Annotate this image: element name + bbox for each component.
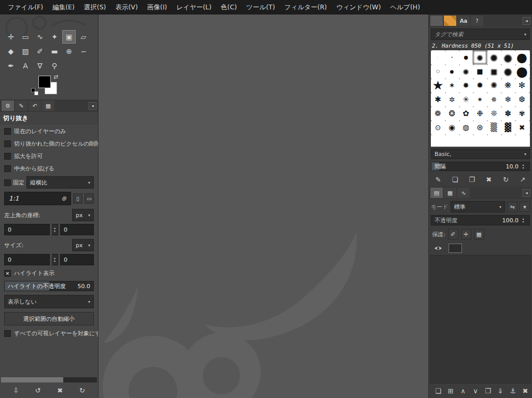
fonts-tab[interactable]: Aa [457, 16, 470, 26]
brush-thumb[interactable]: ❁ [431, 106, 445, 120]
position-y-input[interactable]: 0 [60, 224, 94, 235]
checkbox[interactable] [4, 140, 11, 147]
checkbox[interactable] [4, 330, 11, 337]
spacing-spinner[interactable]: ▴ ▾ [520, 162, 526, 170]
rectangle-select-tool[interactable]: ▭ [19, 30, 32, 44]
spinner-down-icon[interactable]: ▾ [520, 220, 526, 223]
fixed-checkbox[interactable] [4, 179, 11, 186]
text-tool[interactable]: A [19, 59, 32, 73]
gradient-tool[interactable]: ▨ [19, 45, 32, 58]
brush-thumb[interactable]: ❊ [487, 106, 501, 120]
mode-menu-button[interactable]: ▾ [520, 202, 530, 212]
checkbox[interactable] [4, 153, 11, 160]
new-layer-button[interactable]: ❏ [432, 385, 444, 396]
lower-layer-button[interactable]: ∨ [469, 385, 482, 396]
channels-tab[interactable]: ▦ [444, 188, 456, 198]
menu-item[interactable]: フィルター(R) [279, 0, 331, 15]
brush-tag-search[interactable]: タグで検索 ▾ [431, 29, 530, 40]
brush-thumb[interactable]: ◉ [445, 120, 459, 134]
paintbrush-tool[interactable]: ✐ [33, 45, 47, 58]
lock-pixels-button[interactable]: ✐ [448, 229, 458, 239]
delete-tool-options-button[interactable]: ✖ [54, 385, 66, 396]
brushes-tab[interactable] [430, 16, 443, 26]
anchor-layer-button[interactable]: ⚓ [507, 385, 519, 396]
lock-alpha-button[interactable]: ▦ [474, 229, 484, 239]
brush-thumb[interactable]: ✖ [515, 120, 529, 134]
brush-thumb[interactable]: ▓ [501, 120, 515, 134]
dock-menu-button[interactable]: ◂ [89, 102, 96, 110]
horizontal-scrollbar[interactable] [1, 377, 97, 382]
refresh-brushes-button[interactable]: ↻ [499, 174, 512, 185]
opacity-spinner[interactable]: ▴ ▾ [520, 216, 526, 224]
zoom-tool[interactable]: ⚲ [48, 59, 61, 73]
clear-icon[interactable]: ⊗ [61, 195, 66, 202]
scrollbar-thumb[interactable] [1, 377, 63, 382]
option-highlight[interactable]: ✕ ハイライト表示 [0, 267, 98, 279]
brush-thumb[interactable]: ✱ [431, 92, 445, 106]
position-unit-dropdown[interactable]: px ▾ [72, 209, 94, 221]
brush-spacing-slider[interactable]: 間隔 10.0 ▴ ▾ [431, 162, 530, 171]
free-select-tool[interactable]: ∿ [33, 30, 47, 44]
lock-position-button[interactable]: ✛ [461, 229, 471, 239]
brush-thumb[interactable]: ✲ [445, 92, 459, 106]
menu-item[interactable]: レイヤー(L) [172, 0, 216, 15]
brush-thumb[interactable]: ❆ [515, 92, 529, 106]
menu-item[interactable]: 表示(V) [110, 0, 142, 15]
brush-thumb[interactable]: ◍ [459, 120, 473, 134]
checkbox[interactable] [4, 165, 11, 172]
smudge-tool[interactable]: ∽ [77, 45, 90, 58]
transform-tool[interactable]: ▱ [77, 30, 90, 44]
brush-thumb[interactable]: ⊙ [431, 120, 445, 134]
foreground-color-swatch[interactable] [38, 76, 51, 88]
brush-thumb[interactable]: ❋ [501, 78, 515, 92]
paths-tab[interactable]: ∿ [457, 188, 470, 198]
eraser-tool[interactable]: ▬ [48, 45, 61, 58]
autoshrink-button[interactable]: 選択範囲の自動縮小 [4, 312, 94, 325]
layer-opacity-slider[interactable]: 不透明度 100.0 ▴ ▾ [431, 215, 530, 225]
menu-item[interactable]: 色(C) [216, 0, 242, 15]
new-brush-button[interactable]: ❏ [449, 174, 461, 185]
portrait-orientation-button[interactable]: ▯ [73, 193, 82, 204]
checkbox[interactable] [4, 128, 11, 135]
layer-mode-dropdown[interactable]: 標準 ▾ [451, 201, 505, 212]
delete-brush-button[interactable]: ✖ [483, 174, 495, 185]
brush-thumb[interactable]: · [431, 50, 445, 64]
brush-thumb[interactable]: ✳ [459, 92, 473, 106]
patterns-tab[interactable] [444, 16, 456, 26]
menu-item[interactable]: ウィンドウ(W) [331, 0, 385, 15]
option-current-layer-only[interactable]: 現在のレイヤーのみ [0, 125, 98, 137]
switch-mode-group-button[interactable]: ⇋ [507, 202, 517, 212]
bucket-fill-tool[interactable]: ◆ [4, 45, 18, 58]
size-unit-dropdown[interactable]: px ▾ [72, 239, 94, 251]
brush-thumb[interactable]: ● [445, 64, 459, 78]
brush-thumb[interactable]: ✸ [459, 78, 473, 92]
clone-tool[interactable]: ⊕ [62, 45, 76, 58]
menu-item[interactable]: ファイル(F) [3, 0, 48, 15]
brush-thumb[interactable]: ⊛ [473, 120, 487, 134]
brush-thumb[interactable]: ✺ [487, 78, 501, 92]
brush-thumb[interactable]: ○ [431, 64, 445, 78]
menu-item[interactable]: 編集(E) [48, 0, 79, 15]
position-x-input[interactable]: 0 [4, 224, 50, 235]
image-canvas[interactable] [99, 15, 428, 398]
brush-thumb[interactable]: ✹ [473, 78, 487, 92]
images-tab[interactable]: ▦ [42, 101, 54, 111]
layers-list[interactable] [430, 255, 531, 383]
fixed-kind-dropdown[interactable]: 縦横比 ▾ [26, 176, 94, 189]
swap-colors-icon[interactable]: ⇄ [53, 74, 58, 80]
brush-thumb[interactable]: ● [459, 64, 473, 78]
aspect-ratio-input[interactable]: 1:1 ⊗ [4, 192, 71, 205]
brush-thumb[interactable]: ▒ [487, 120, 501, 134]
option-shrink-merged[interactable]: すべての可視レイヤーを対象にす [0, 327, 98, 339]
fuzzy-select-tool[interactable]: ✦ [48, 30, 61, 44]
menu-item[interactable]: 画像(I) [143, 0, 172, 15]
size-height-input[interactable]: 0 [60, 254, 94, 265]
color-picker-tool[interactable]: ∇ [33, 59, 47, 73]
layers-tab[interactable]: ▤ [430, 188, 443, 198]
layer-thumbnail[interactable] [449, 244, 462, 253]
brush-thumb[interactable]: ❄ [501, 92, 515, 106]
brush-thumb[interactable]: ■ [473, 64, 487, 78]
menu-item[interactable]: ツール(T) [242, 0, 279, 15]
brush-thumb[interactable]: ● [515, 50, 529, 64]
size-width-input[interactable]: 0 [4, 254, 50, 265]
